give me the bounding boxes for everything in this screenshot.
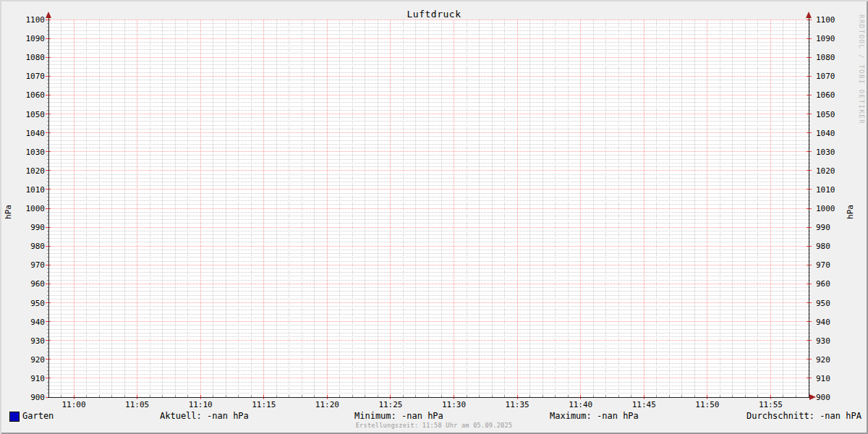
svg-text:940: 940 [816, 318, 830, 327]
svg-text:970: 970 [30, 260, 45, 270]
svg-text:910: 910 [816, 374, 830, 383]
svg-text:1070: 1070 [816, 72, 835, 81]
svg-text:920: 920 [30, 355, 45, 365]
series-label: Garten [22, 411, 54, 421]
svg-text:1040: 1040 [26, 129, 46, 138]
svg-text:1040: 1040 [816, 129, 835, 138]
svg-text:11:50: 11:50 [695, 400, 719, 409]
svg-text:1020: 1020 [26, 166, 46, 176]
svg-text:990: 990 [30, 223, 45, 232]
svg-text:11:10: 11:10 [189, 400, 213, 409]
svg-text:1030: 1030 [26, 148, 46, 157]
svg-text:950: 950 [30, 299, 45, 308]
svg-text:1090: 1090 [26, 34, 46, 43]
svg-text:11:40: 11:40 [569, 400, 592, 409]
svg-text:1050: 1050 [26, 110, 46, 119]
svg-text:950: 950 [816, 299, 830, 308]
svg-text:900: 900 [30, 393, 45, 402]
svg-text:1000: 1000 [816, 204, 835, 213]
svg-text:1100: 1100 [816, 15, 835, 25]
svg-text:11:45: 11:45 [632, 400, 656, 409]
svg-text:1050: 1050 [816, 110, 835, 119]
svg-text:930: 930 [816, 336, 830, 346]
svg-text:11:20: 11:20 [315, 400, 339, 409]
stat-aktuell: Aktuell: -nan hPa [160, 411, 249, 421]
stat-maximum: Maximum: -nan hPa [550, 411, 639, 421]
svg-text:1020: 1020 [816, 166, 835, 176]
svg-text:1070: 1070 [26, 72, 46, 81]
svg-text:1010: 1010 [816, 185, 835, 195]
svg-text:11:00: 11:00 [61, 400, 85, 409]
svg-text:960: 960 [816, 279, 830, 289]
svg-text:910: 910 [30, 374, 45, 383]
svg-text:1080: 1080 [26, 53, 46, 62]
svg-text:900: 900 [816, 393, 830, 402]
svg-text:11:15: 11:15 [252, 400, 276, 409]
svg-text:1100: 1100 [26, 15, 46, 25]
svg-text:970: 970 [816, 260, 830, 270]
stat-minimum: Minimum: -nan hPa [354, 411, 443, 421]
svg-text:930: 930 [30, 336, 45, 346]
svg-text:1060: 1060 [26, 90, 46, 100]
svg-text:920: 920 [816, 355, 830, 365]
svg-text:11:25: 11:25 [378, 400, 402, 409]
svg-text:980: 980 [816, 242, 830, 251]
chart-plot-area: 11:0011:0511:1011:1511:2011:2511:3011:35… [0, 0, 868, 434]
svg-text:980: 980 [30, 242, 45, 251]
svg-text:1060: 1060 [816, 90, 835, 100]
svg-text:940: 940 [30, 318, 45, 327]
svg-text:11:55: 11:55 [759, 400, 783, 409]
series-color-swatch [9, 412, 20, 422]
svg-text:990: 990 [816, 223, 830, 232]
svg-text:11:05: 11:05 [125, 400, 149, 409]
svg-text:1090: 1090 [816, 34, 835, 43]
rrd-graph: Luftdruck RRDTOOL / TOBI OETIKER hPa hPa… [0, 0, 868, 434]
svg-text:1080: 1080 [816, 53, 835, 62]
svg-text:960: 960 [30, 279, 45, 289]
svg-text:1030: 1030 [816, 148, 835, 157]
stat-durchschnitt: Durchschnitt: -nan hPA [746, 411, 861, 421]
creation-time: Erstellungszeit: 11:58 Uhr am 05.09.2025 [0, 422, 868, 429]
svg-text:11:30: 11:30 [442, 400, 466, 409]
svg-text:11:35: 11:35 [506, 400, 529, 409]
svg-text:1010: 1010 [26, 185, 46, 195]
svg-text:1000: 1000 [26, 204, 46, 213]
